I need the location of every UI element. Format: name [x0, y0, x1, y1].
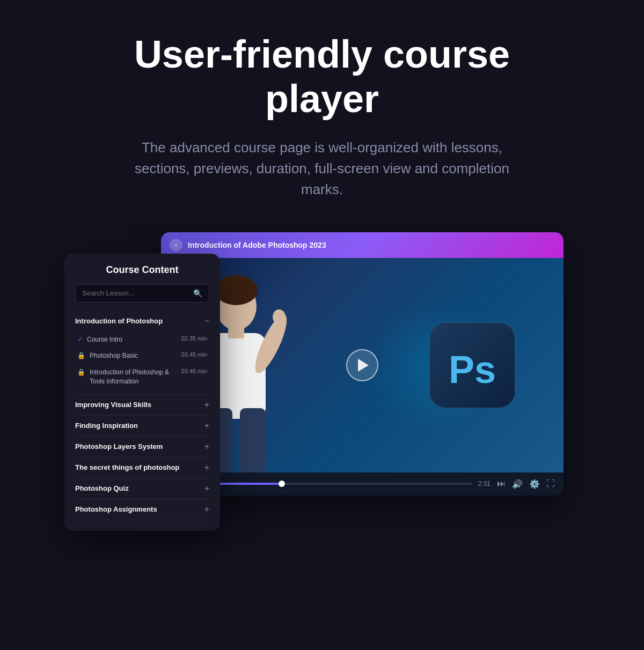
checkmark-icon: ✓: [77, 336, 83, 343]
course-panel-title: Course Content: [75, 264, 209, 276]
section-header-intro[interactable]: Introduction of Photoshop −: [75, 311, 209, 331]
section-header-quiz[interactable]: Photoshop Quiz +: [75, 478, 209, 499]
fullscreen-button[interactable]: ⛶: [546, 479, 555, 489]
list-item[interactable]: 🔒 Photoshop Basic 03.45 min: [75, 348, 209, 364]
hero-subtitle: The advanced course page is well-organiz…: [113, 137, 531, 200]
volume-button[interactable]: 🔊: [512, 479, 523, 489]
video-controls: 0:51 2:31 ⏭ 🔊 ⚙️ ⛶: [161, 472, 564, 496]
section-expand-icon: +: [204, 505, 209, 514]
section-header-secret[interactable]: The secret things of photoshop +: [75, 457, 209, 478]
lock-icon: 🔒: [77, 368, 85, 376]
svg-point-6: [273, 309, 286, 324]
section-header-inspiration[interactable]: Finding Inspiration +: [75, 416, 209, 437]
section-title-layers: Photoshop Layers System: [75, 442, 163, 450]
settings-button[interactable]: ⚙️: [529, 479, 540, 489]
photoshop-icon: Ps: [424, 317, 521, 413]
svg-point-1: [215, 275, 258, 305]
section-title-quiz: Photoshop Quiz: [75, 484, 129, 492]
play-triangle-icon: [358, 359, 369, 372]
search-icon: 🔍: [193, 289, 202, 298]
section-expand-icon: +: [204, 463, 209, 472]
section-title-visual: Improving Visual Skills: [75, 401, 151, 409]
section-expand-icon: +: [204, 484, 209, 493]
lesson-title: Photoshop Basic: [90, 351, 177, 360]
lesson-title: Introduction of Photoshop & Tools Inform…: [90, 368, 177, 386]
video-area: Ps: [161, 258, 564, 472]
svg-text:Ps: Ps: [449, 348, 496, 391]
section-title-assignments: Photoshop Assignments: [75, 505, 157, 513]
progress-bar[interactable]: [188, 483, 471, 485]
progress-thumb: [279, 481, 285, 487]
back-button[interactable]: ‹: [170, 239, 182, 252]
next-button[interactable]: ⏭: [497, 479, 506, 489]
section-title-secret: The secret things of photoshop: [75, 463, 179, 471]
section-title-intro: Introduction of Photoshop: [75, 317, 163, 325]
section-header-visual[interactable]: Improving Visual Skills +: [75, 395, 209, 416]
play-button[interactable]: [346, 349, 378, 381]
time-total: 2:31: [478, 480, 491, 488]
lesson-duration: 03.45 min: [181, 351, 207, 358]
player-header: ‹ Introduction of Adobe Photoshop 2023: [161, 232, 564, 258]
section-expand-icon: +: [204, 421, 209, 431]
lesson-duration: 03.45 min: [181, 368, 207, 374]
course-panel: Course Content 🔍 Introduction of Photosh…: [64, 254, 220, 531]
section-title-inspiration: Finding Inspiration: [75, 422, 138, 430]
svg-rect-7: [228, 325, 244, 338]
section-header-assignments[interactable]: Photoshop Assignments +: [75, 499, 209, 520]
section-collapse-icon: −: [204, 316, 209, 326]
lock-icon: 🔒: [77, 352, 85, 359]
list-item[interactable]: ✓ Course Intro 02.35 min: [75, 331, 209, 348]
player-header-title: Introduction of Adobe Photoshop 2023: [188, 241, 326, 249]
section-expand-icon: +: [204, 400, 209, 410]
search-box[interactable]: 🔍: [75, 284, 209, 302]
list-item[interactable]: 🔒 Introduction of Photoshop & Tools Info…: [75, 364, 209, 390]
lesson-duration: 02.35 min: [181, 335, 207, 342]
player-container: Course Content 🔍 Introduction of Photosh…: [80, 232, 564, 496]
section-intro: Introduction of Photoshop − ✓ Course Int…: [75, 311, 209, 395]
hero-title: User-friendly course player: [107, 32, 537, 121]
section-header-layers[interactable]: Photoshop Layers System +: [75, 437, 209, 457]
lesson-title: Course Intro: [87, 335, 177, 344]
svg-rect-9: [240, 408, 266, 472]
search-input[interactable]: [82, 289, 193, 297]
video-player: ‹ Introduction of Adobe Photoshop 2023: [161, 232, 564, 496]
section-expand-icon: +: [204, 442, 209, 452]
